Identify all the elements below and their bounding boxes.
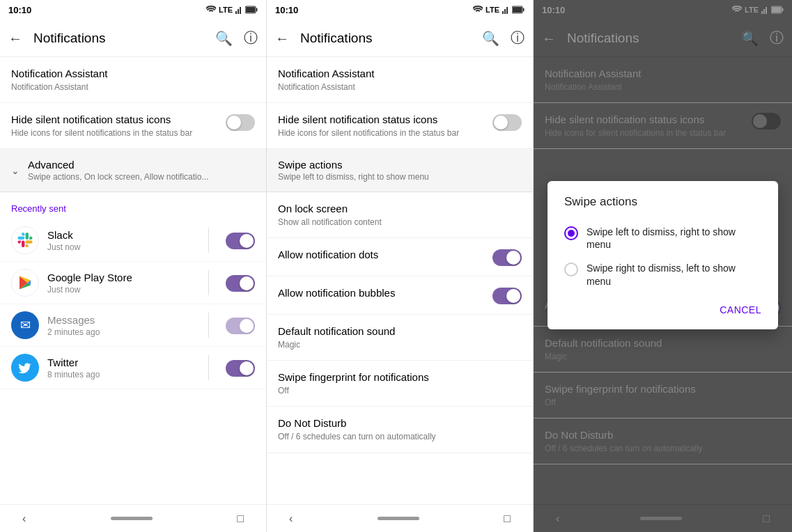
do-not-disturb-label: Do Not Disturb xyxy=(278,416,522,430)
playstore-toggle[interactable] xyxy=(226,275,255,292)
app-name-playstore: Google Play Store xyxy=(47,272,200,283)
status-bar-mid: 10:10 LTE xyxy=(267,0,533,19)
radio-text-1: Swipe left to dismiss, right to show men… xyxy=(587,226,761,251)
on-lock-screen-label: On lock screen xyxy=(278,202,522,216)
do-not-disturb-sub: Off / 6 schedules can turn on automatica… xyxy=(278,432,522,443)
app-divider-messages xyxy=(208,313,209,338)
list-item[interactable]: Google Play Store Just now xyxy=(0,262,266,304)
chevron-down-icon-left: ⌄ xyxy=(11,165,20,176)
notification-assistant-mid[interactable]: Notification Assistant Notification Assi… xyxy=(267,57,533,103)
page-title-mid: Notifications xyxy=(300,31,471,46)
nav-recent-mid[interactable]: □ xyxy=(504,513,511,525)
advanced-section-left[interactable]: ⌄ Advanced Swipe actions, On lock screen… xyxy=(0,149,266,192)
back-button-left[interactable]: ← xyxy=(8,31,22,45)
playstore-icon xyxy=(17,275,33,290)
messages-toggle[interactable] xyxy=(226,318,255,334)
twitter-app-icon xyxy=(11,354,39,382)
search-icon-mid[interactable]: 🔍 xyxy=(482,30,499,47)
svg-rect-7 xyxy=(504,9,506,14)
nav-back-left[interactable]: ‹ xyxy=(22,513,26,525)
app-time-slack: Just now xyxy=(47,242,200,252)
radio-option-1[interactable]: Swipe left to dismiss, right to show men… xyxy=(564,220,761,256)
notification-assistant-label-mid: Notification Assistant xyxy=(278,67,522,81)
app-name-messages: Messages xyxy=(47,314,200,326)
cancel-button[interactable]: CANCEL xyxy=(720,304,761,315)
app-time-twitter: 8 minutes ago xyxy=(47,370,200,380)
app-name-twitter: Twitter xyxy=(47,357,200,368)
recently-sent-header: Recently sent xyxy=(0,192,266,219)
wifi-icon-left xyxy=(206,6,216,14)
svg-rect-5 xyxy=(246,7,255,13)
notification-assistant-left[interactable]: Notification Assistant Notification Assi… xyxy=(0,57,266,103)
do-not-disturb-mid[interactable]: Do Not Disturb Off / 6 schedules can tur… xyxy=(267,407,533,453)
allow-bubbles-label: Allow notification bubbles xyxy=(278,286,484,300)
swipe-actions-item[interactable]: Swipe actions Swipe left to dismiss, rig… xyxy=(267,149,533,192)
radio-circle-1 xyxy=(564,226,578,240)
signal-icon-left xyxy=(235,6,242,14)
nav-home-pill-mid[interactable] xyxy=(378,517,419,520)
svg-rect-0 xyxy=(235,11,237,14)
allow-dots-mid[interactable]: Allow notification dots xyxy=(267,238,533,276)
app-divider-slack xyxy=(208,228,209,253)
silent-icons-toggle-left[interactable] xyxy=(226,114,255,131)
svg-rect-2 xyxy=(240,7,241,14)
list-item[interactable]: Twitter 8 minutes ago xyxy=(0,347,266,389)
svg-rect-10 xyxy=(523,8,525,12)
list-item[interactable]: Slack Just now xyxy=(0,219,266,262)
swipe-fingerprint-label: Swipe fingerprint for notifications xyxy=(278,370,522,384)
top-bar-mid: ← Notifications 🔍 ⓘ xyxy=(267,19,533,57)
radio-text-2: Swipe right to dismiss, left to show men… xyxy=(587,262,761,287)
svg-rect-4 xyxy=(256,8,258,12)
silent-icons-mid[interactable]: Hide silent notification status icons Hi… xyxy=(267,103,533,149)
messages-app-icon: ✉ xyxy=(11,311,39,339)
default-sound-mid[interactable]: Default notification sound Magic xyxy=(267,315,533,361)
notification-assistant-label-left: Notification Assistant xyxy=(11,67,255,81)
silent-icons-label-mid: Hide silent notification status icons xyxy=(278,113,484,127)
wifi-icon-mid xyxy=(473,6,483,14)
playstore-app-icon xyxy=(11,269,39,297)
battery-icon-mid xyxy=(512,6,525,14)
on-lock-screen-mid[interactable]: On lock screen Show all notification con… xyxy=(267,192,533,238)
allow-bubbles-mid[interactable]: Allow notification bubbles xyxy=(267,276,533,315)
status-time-mid: 10:10 xyxy=(275,5,298,15)
allow-bubbles-toggle[interactable] xyxy=(492,288,522,304)
nav-home-pill-left[interactable] xyxy=(111,517,153,520)
advanced-sub-left: Swipe actions, On lock screen, Allow not… xyxy=(28,172,208,182)
on-lock-screen-sub: Show all notification content xyxy=(278,217,522,228)
silent-icons-label-left: Hide silent notification status icons xyxy=(11,113,217,127)
silent-icons-toggle-mid[interactable] xyxy=(492,114,522,131)
app-time-playstore: Just now xyxy=(47,285,200,295)
app-divider-playstore xyxy=(208,270,209,295)
left-panel: 10:10 LTE ← Notifications 🔍 ⓘ Notificati… xyxy=(0,0,267,532)
content-mid: Notification Assistant Notification Assi… xyxy=(267,57,533,504)
search-icon-left[interactable]: 🔍 xyxy=(215,30,233,47)
status-icons-mid: LTE xyxy=(473,6,525,14)
twitter-toggle[interactable] xyxy=(226,360,255,377)
silent-icons-left[interactable]: Hide silent notification status icons Hi… xyxy=(0,103,266,149)
app-name-slack: Slack xyxy=(47,229,200,241)
allow-dots-toggle[interactable] xyxy=(492,249,522,266)
radio-option-2[interactable]: Swipe right to dismiss, left to show men… xyxy=(564,256,761,292)
swipe-fingerprint-mid[interactable]: Swipe fingerprint for notifications Off xyxy=(267,361,533,407)
slack-toggle[interactable] xyxy=(226,233,255,249)
status-icons-left: LTE xyxy=(206,6,258,14)
lte-label-mid: LTE xyxy=(486,6,499,14)
twitter-icon xyxy=(18,361,32,375)
content-left: Notification Assistant Notification Assi… xyxy=(0,57,266,504)
slack-app-icon xyxy=(11,226,39,254)
svg-rect-6 xyxy=(502,11,504,14)
status-bar-left: 10:10 LTE xyxy=(0,0,266,19)
bottom-bar-left: ‹ □ xyxy=(0,504,266,532)
help-icon-mid[interactable]: ⓘ xyxy=(511,29,525,47)
svg-rect-1 xyxy=(238,9,239,14)
swipe-actions-sub: Swipe left to dismiss, right to show men… xyxy=(278,172,522,182)
allow-dots-label: Allow notification dots xyxy=(278,248,484,262)
nav-recent-left[interactable]: □ xyxy=(237,513,244,525)
back-button-mid[interactable]: ← xyxy=(275,31,289,45)
notification-assistant-sub-mid: Notification Assistant xyxy=(278,82,522,93)
swipe-fingerprint-sub: Off xyxy=(278,386,522,397)
nav-back-mid[interactable]: ‹ xyxy=(289,513,293,525)
list-item[interactable]: ✉ Messages 2 minutes ago xyxy=(0,304,266,347)
help-icon-left[interactable]: ⓘ xyxy=(244,29,258,47)
default-sound-sub: Magic xyxy=(278,340,522,351)
